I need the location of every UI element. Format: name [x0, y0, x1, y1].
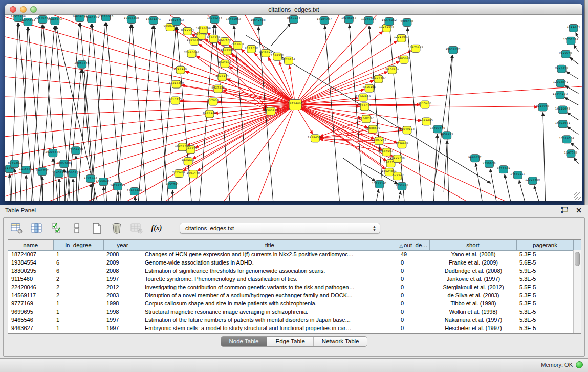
network-node[interactable]: 1610755 [169, 97, 182, 104]
network-node[interactable]: 9858922 [440, 132, 453, 139]
network-edge[interactable] [10, 174, 11, 201]
network-edge[interactable] [433, 55, 452, 191]
network-node[interactable]: 29053346 [74, 60, 90, 68]
table-row[interactable]: 1938455462009Genome-wide association stu… [8, 258, 574, 267]
network-node[interactable]: 8427552 [211, 85, 225, 93]
network-node[interactable]: 1167533 [564, 150, 578, 158]
network-edge[interactable] [574, 158, 578, 164]
network-edge[interactable] [220, 105, 295, 201]
attribute-table-settings-icon[interactable] [11, 222, 23, 234]
vertical-scrollbar[interactable] [573, 250, 581, 333]
network-edge[interactable] [234, 26, 249, 201]
network-edge[interactable] [376, 189, 379, 201]
network-edge[interactable] [476, 163, 483, 201]
column-header-in_degree[interactable]: in_degree [53, 240, 103, 250]
network-edge[interactable] [570, 57, 578, 64]
network-graph[interactable]: 9170061115683114519411675331342737151127… [5, 15, 582, 201]
network-node[interactable]: 18055274 [207, 15, 223, 23]
network-edge[interactable] [106, 23, 121, 201]
table-row[interactable]: 2242004622012Investigating the contribut… [8, 283, 574, 291]
table-row[interactable]: 1872400712008Changes of HCN gene express… [8, 250, 574, 258]
table-row[interactable]: 969969511998Structural magnetic resonanc… [8, 308, 574, 316]
network-node[interactable]: 8220134 [282, 57, 295, 64]
network-node[interactable]: 19384554 [308, 135, 323, 142]
network-node[interactable]: 16107487 [371, 75, 386, 83]
column-header-name[interactable]: name [8, 240, 53, 250]
network-edge[interactable] [534, 186, 540, 201]
network-node[interactable]: 17016504 [559, 136, 575, 143]
column-header-pagerank[interactable]: pagerank [516, 240, 574, 250]
network-node[interactable]: 7485083 [397, 56, 410, 63]
network-edge[interactable] [225, 64, 267, 108]
table-row[interactable]: 1456911722003Disruption of a novel membe… [8, 291, 574, 299]
network-edge[interactable] [77, 24, 91, 201]
network-node[interactable]: 8187130 [203, 110, 216, 118]
network-node[interactable]: 9465546 [483, 160, 496, 168]
float-panel-icon[interactable] [561, 207, 569, 214]
table-selector-dropdown[interactable]: citations_edges.txt ▲▼ [180, 223, 380, 234]
network-node[interactable]: 8454749 [245, 45, 258, 53]
network-node[interactable]: 16210643 [555, 106, 571, 114]
network-edge[interactable] [576, 33, 579, 38]
network-node[interactable]: 16958107 [96, 178, 111, 186]
network-node[interactable]: 20206576 [46, 149, 61, 157]
network-node[interactable]: 9129946 [559, 50, 573, 58]
table-row[interactable]: 977716911998Corpus callosum shape and si… [8, 299, 574, 308]
network-node[interactable]: 11055327 [361, 16, 377, 24]
network-node[interactable]: 16461953 [226, 16, 242, 24]
network-node[interactable]: 19055724 [20, 18, 36, 26]
network-node[interactable]: 16642438 [250, 17, 266, 25]
network-node[interactable]: 15720407 [359, 115, 374, 123]
network-edge[interactable] [290, 66, 295, 105]
network-node[interactable]: 9409948 [182, 158, 195, 165]
network-edge[interactable] [519, 180, 525, 201]
column-header-title[interactable]: title [142, 240, 398, 250]
network-node[interactable]: 8912954 [181, 27, 194, 35]
network-node[interactable]: 1511274 [567, 24, 580, 32]
network-edge[interactable] [154, 26, 169, 201]
close-panel-icon[interactable]: ✕ [576, 207, 582, 214]
network-node[interactable]: 9463627 [468, 155, 482, 162]
tab-node-table[interactable]: Node Table [221, 337, 267, 346]
network-node[interactable]: 14569117 [510, 171, 526, 179]
network-node[interactable]: 18807243 [372, 137, 387, 145]
select-column-icon[interactable] [31, 222, 43, 234]
network-node[interactable]: 10543382 [187, 37, 202, 45]
network-edge[interactable] [5, 105, 295, 117]
network-edge[interactable] [159, 105, 295, 201]
network-edge[interactable] [5, 105, 295, 179]
network-node[interactable]: 18184787 [317, 16, 332, 24]
network-edge[interactable] [564, 97, 578, 105]
network-edge[interactable] [447, 140, 449, 201]
network-edge[interactable] [271, 24, 290, 46]
network-node[interactable]: 1795723 [84, 175, 97, 183]
network-edge[interactable] [118, 105, 295, 201]
network-edge[interactable] [567, 127, 579, 135]
network-edge[interactable] [566, 72, 578, 79]
network-node[interactable]: 2803144 [215, 73, 229, 81]
window-titlebar[interactable]: citations_edges.txt [5, 4, 582, 15]
new-table-icon[interactable] [91, 222, 103, 234]
network-edge[interactable] [543, 112, 546, 201]
network-node[interactable]: 16782753 [110, 183, 125, 190]
scrollbar-thumb[interactable] [575, 252, 580, 266]
network-node[interactable]: 1733426 [396, 183, 409, 190]
network-node[interactable]: 7625402 [172, 170, 186, 178]
network-edge[interactable] [295, 62, 399, 105]
network-edge[interactable] [135, 196, 136, 201]
network-node[interactable]: 16648794 [445, 46, 461, 54]
network-edge[interactable] [407, 28, 422, 201]
network-node[interactable]: 917006 [207, 98, 219, 105]
column-header-short[interactable]: short [429, 240, 516, 250]
network-node[interactable]: 6406468 [400, 18, 413, 26]
network-node[interactable]: 18724007 [288, 100, 303, 110]
tab-edge-table[interactable]: Edge Table [267, 337, 313, 346]
network-node[interactable]: 2718126 [174, 66, 187, 74]
delete-entries-trash-icon[interactable] [111, 222, 123, 234]
network-node[interactable]: 1145194 [52, 170, 66, 178]
table-header-row[interactable]: namein_degreeyeartitle△out_de…shortpager… [8, 240, 574, 250]
network-edge[interactable] [369, 26, 384, 201]
network-edge[interactable] [505, 174, 511, 201]
network-edge[interactable] [398, 191, 401, 201]
network-node[interactable]: 19565358 [124, 15, 139, 23]
